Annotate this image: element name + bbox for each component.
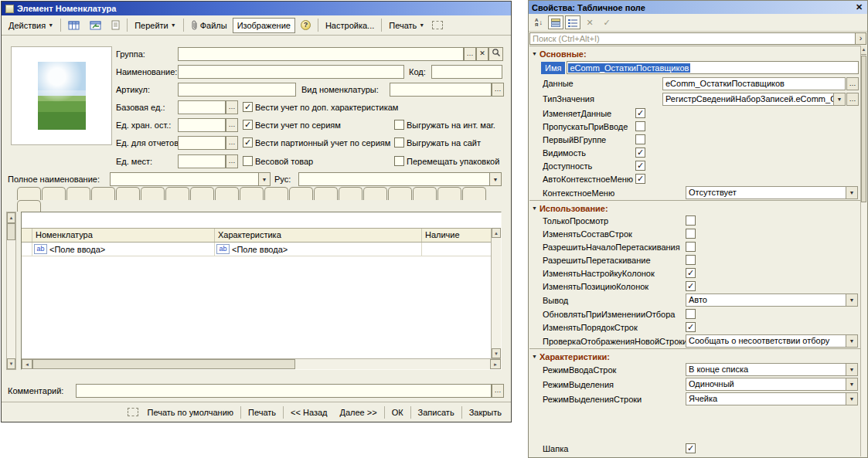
kind-input[interactable] [390,83,492,97]
report-unit-input[interactable] [178,136,226,150]
window-title-bar[interactable]: Элемент Номенклатура [2,2,511,15]
property-checkbox[interactable] [686,242,696,252]
table-cell[interactable]: ab<Поле ввода> [215,243,422,256]
scrollbar-thumb[interactable] [32,359,295,369]
copy-button[interactable] [107,17,124,33]
column-header[interactable]: Наличие [422,229,491,242]
print-selection-icon[interactable] [128,408,138,416]
close-button[interactable]: Закрыть [463,405,508,419]
property-checkbox[interactable] [686,255,696,265]
full-name-combo[interactable]: ▼ [110,172,271,186]
property-name-input[interactable]: eComm_ОстаткиПоставщиков [567,61,859,74]
back-button[interactable]: << Назад [284,405,333,419]
property-value[interactable]: РегистрСведенийНаборЗаписей.eComm_Остатк… [662,93,846,106]
property-checkbox[interactable] [686,229,696,239]
form-tab[interactable] [240,187,264,200]
property-row[interactable]: РазрешитьПеретаскивание [529,253,860,266]
property-value[interactable]: Авто▼ [686,293,858,307]
checkbox-move-by-package[interactable] [394,156,404,166]
search-expand-icon[interactable]: › [856,32,866,45]
property-row-name[interactable]: ИмяeComm_ОстаткиПоставщиков [529,59,860,76]
print-button[interactable]: Печать [242,405,282,419]
group-search-button[interactable] [488,47,503,61]
property-checkbox[interactable] [686,215,696,226]
form-tab[interactable] [437,187,461,200]
print-default-button[interactable]: Печать по умолчанию [141,405,240,419]
property-checkbox[interactable]: ✓ [635,174,645,184]
table-horizontal-scrollbar[interactable]: ◄ ► [22,358,501,369]
form-tab[interactable] [17,187,41,200]
form-tab[interactable] [165,187,189,200]
table-vertical-scrollbar[interactable]: ▲ ▼ [491,228,501,358]
row-selector-cell[interactable] [22,243,32,256]
form-tab[interactable] [190,187,214,200]
property-value[interactable]: Отсутствует▼ [686,186,858,199]
table-row[interactable]: ab<Поле ввода>ab<Поле ввода> [22,243,491,256]
property-row[interactable]: ИзменятьСоставСтрок [529,227,860,240]
close-icon[interactable]: ✕ [854,2,864,12]
property-row[interactable]: ДанныеeComm_ОстаткиПоставщиков… [529,76,860,91]
dropdown-arrow-icon[interactable]: ▼ [489,173,501,185]
property-row[interactable]: ИзменяетДанные✓ [529,107,860,120]
files-button[interactable]: Файлы [186,17,232,33]
property-row[interactable]: ИзменятьНастройкуКолонок✓ [529,266,860,280]
property-checkbox[interactable]: ✓ [635,148,645,158]
dropdown-arrow-icon[interactable]: ▼ [846,393,857,405]
checkbox-upload-site[interactable] [394,137,404,148]
checkbox-series-accounting[interactable]: ✓ [243,120,253,130]
property-row[interactable]: АвтоКонтекстноеМеню✓ [529,172,860,185]
scrollbar-thumb[interactable] [7,223,15,240]
write-button[interactable]: Записать [412,405,461,419]
property-checkbox[interactable] [686,309,696,319]
form-tab[interactable] [17,200,41,212]
name-input[interactable] [178,65,404,79]
table-cell[interactable] [422,243,491,256]
base-unit-input[interactable] [178,100,226,114]
property-value[interactable]: Одиночный▼ [686,378,858,391]
property-value[interactable]: Ячейка▼ [686,392,858,405]
property-checkbox[interactable]: ✓ [686,268,696,278]
property-row[interactable]: ТипЗначенияРегистрСведенийНаборЗаписей.e… [529,91,860,107]
stock-unit-ellipsis-button[interactable]: … [226,118,238,132]
properties-scrollbar[interactable]: ▲ [860,46,866,456]
checkbox-batch-series-accounting[interactable]: ✓ [243,137,253,148]
dropdown-arrow-icon[interactable]: ▼ [846,335,857,347]
property-checkbox[interactable]: ✓ [686,322,696,332]
form-tab[interactable] [339,187,363,200]
scroll-up-icon[interactable]: ▲ [861,46,866,55]
dropdown-arrow-icon[interactable]: ▼ [846,294,857,306]
sort-alphabetical-button[interactable]: АЯ↓ [531,15,546,29]
scrollbar-track[interactable] [295,359,490,369]
checkbox-upload-internet-shop[interactable] [394,120,404,130]
checkbox-extra-characteristics[interactable]: ✓ [243,102,253,112]
view-list-button[interactable] [565,15,580,29]
comment-ellipsis-button[interactable]: … [492,384,504,398]
code-input[interactable] [431,65,502,79]
property-checkbox[interactable]: ✓ [635,161,645,171]
places-unit-input[interactable] [178,154,226,168]
ellipsis-button[interactable]: … [846,93,859,106]
search-input[interactable]: Поиск (Ctrl+Alt+I) [529,32,856,45]
ok-button[interactable]: ОК [386,405,410,419]
help-button[interactable]: ? [296,17,315,33]
go-menu-button[interactable]: Перейти ▼ [130,18,181,33]
dropdown-arrow-icon[interactable]: ▼ [846,364,857,375]
nomenclature-table[interactable]: НоменклатураХарактеристикаНаличие ab<Пол… [21,212,502,370]
form-tab[interactable] [264,187,288,200]
form-tab[interactable] [141,187,165,200]
next-button[interactable]: Далее >> [334,405,383,419]
property-row[interactable]: РежимВыделенияОдиночный▼ [529,377,860,392]
property-section-header[interactable]: ▼Характеристики: [529,348,860,362]
item-picture-box[interactable] [11,46,112,145]
actions-menu-button[interactable]: Действия ▼ [4,18,58,33]
property-row[interactable]: ПроверкаОтображенияНовойСтрокиСообщать о… [529,334,860,348]
property-checkbox[interactable]: ✓ [635,108,645,118]
scroll-right-icon[interactable]: ► [490,359,501,369]
scroll-left-icon[interactable]: ◄ [22,359,32,369]
scrollbar-thumb[interactable] [861,56,866,202]
property-row[interactable]: РежимВводаСтрокВ конце списка▼ [529,362,860,377]
section-collapse-icon[interactable]: ▼ [532,354,537,359]
scroll-up-icon[interactable]: ▲ [7,212,15,223]
form-tab[interactable] [91,187,115,200]
property-row[interactable]: ИзменятьПорядокСтрок✓ [529,321,860,334]
